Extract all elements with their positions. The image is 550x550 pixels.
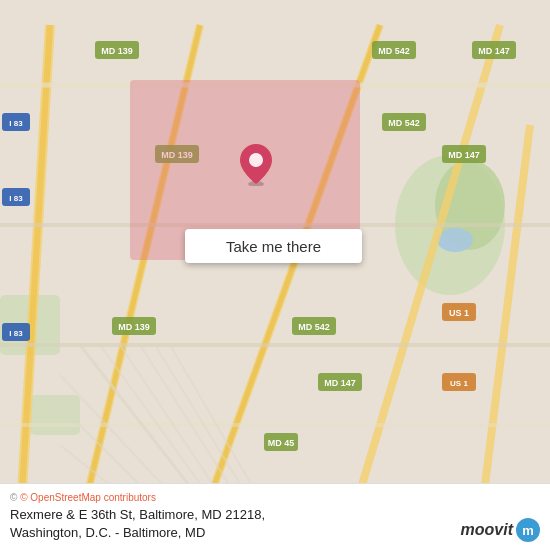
svg-point-58 — [249, 153, 263, 167]
moovit-icon-letter: m — [522, 523, 534, 538]
map-container: MD 139 MD 542 MD 147 I 83 MD 139 MD 542 … — [0, 0, 550, 550]
attribution: © © OpenStreetMap contributors — [10, 492, 540, 503]
svg-text:I 83: I 83 — [9, 329, 23, 338]
info-bar: © © OpenStreetMap contributors Rexmere &… — [0, 483, 550, 550]
svg-text:US 1: US 1 — [450, 379, 468, 388]
svg-text:MD 147: MD 147 — [324, 378, 356, 388]
svg-text:MD 542: MD 542 — [298, 322, 330, 332]
moovit-logo: moovit m — [461, 518, 540, 542]
svg-text:MD 139: MD 139 — [101, 46, 133, 56]
address-line1: Rexmere & E 36th St, Baltimore, MD 21218… — [10, 507, 265, 522]
svg-text:I 83: I 83 — [9, 119, 23, 128]
svg-text:MD 147: MD 147 — [448, 150, 480, 160]
svg-text:MD 139: MD 139 — [118, 322, 150, 332]
address-line2: Washington, D.C. - Baltimore, MD — [10, 525, 205, 540]
map-pin — [238, 142, 274, 186]
moovit-brand-name: moovit — [461, 521, 513, 539]
openstreetmap-link[interactable]: © OpenStreetMap contributors — [20, 492, 156, 503]
moovit-icon: m — [516, 518, 540, 542]
svg-text:MD 542: MD 542 — [378, 46, 410, 56]
svg-text:US 1: US 1 — [449, 308, 469, 318]
svg-text:MD 542: MD 542 — [388, 118, 420, 128]
svg-text:I 83: I 83 — [9, 194, 23, 203]
svg-point-3 — [437, 228, 473, 252]
svg-rect-5 — [30, 395, 80, 435]
svg-text:MD 147: MD 147 — [478, 46, 510, 56]
take-me-there-button[interactable]: Take me there — [185, 229, 362, 263]
svg-text:MD 45: MD 45 — [268, 438, 295, 448]
